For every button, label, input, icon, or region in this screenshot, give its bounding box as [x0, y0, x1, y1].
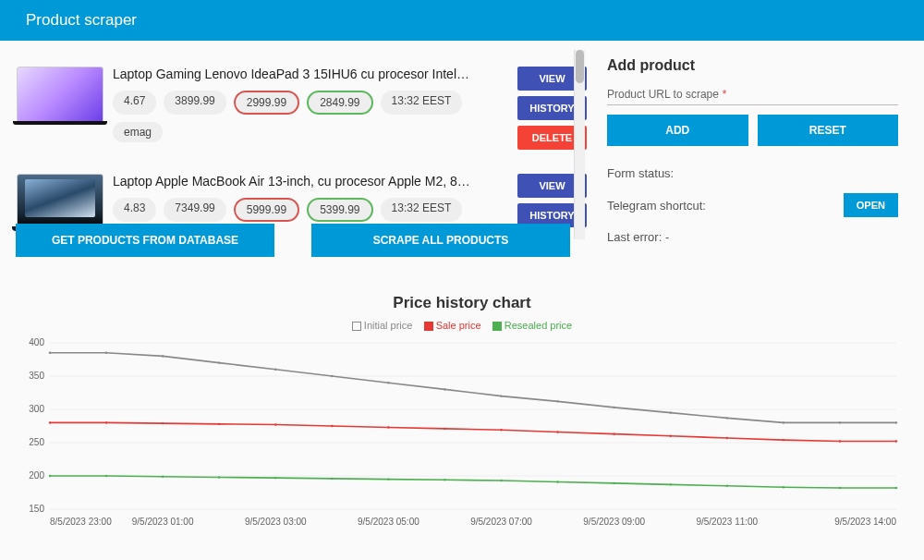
product-list[interactable]: Laptop Gaming Lenovo IdeaPad 3 15IHU6 cu… — [0, 50, 587, 239]
svg-point-55 — [218, 476, 220, 478]
form-buttons: ADD RESET — [607, 115, 898, 146]
legend-sale: Sale price — [424, 320, 481, 331]
product-card: Laptop Gaming Lenovo IdeaPad 3 15IHU6 cu… — [17, 67, 587, 150]
svg-text:350: 350 — [29, 371, 44, 381]
svg-point-21 — [105, 352, 107, 354]
svg-point-37 — [105, 421, 107, 423]
sale-price-chip: 2999.99 — [234, 91, 299, 115]
svg-point-56 — [274, 477, 276, 479]
svg-point-35 — [895, 421, 897, 423]
time-chip: 13:32 EEST — [381, 198, 463, 222]
svg-text:9/5/2023 07:00: 9/5/2023 07:00 — [470, 517, 532, 527]
initial-price-chip: 7349.99 — [164, 198, 225, 222]
add-product-panel: Add product Product URL to scrape * ADD … — [587, 50, 924, 257]
scrape-all-button[interactable]: SCRAPE ALL PRODUCTS — [311, 224, 570, 257]
svg-text:9/5/2023 09:00: 9/5/2023 09:00 — [583, 517, 645, 527]
svg-point-45 — [556, 431, 558, 432]
time-chip: 13:32 EEST — [381, 91, 463, 115]
last-error-value: - — [665, 230, 669, 244]
svg-text:300: 300 — [29, 404, 44, 414]
app-title: Product scraper — [26, 11, 137, 29]
svg-point-25 — [331, 375, 333, 377]
legend-initial: Initial price — [352, 320, 413, 331]
svg-point-23 — [218, 361, 220, 363]
svg-point-29 — [556, 400, 558, 402]
svg-point-43 — [444, 428, 445, 430]
telegram-label: Telegram shortcut: — [607, 199, 706, 213]
svg-text:150: 150 — [29, 504, 44, 514]
svg-point-24 — [274, 369, 276, 371]
svg-point-30 — [613, 407, 614, 408]
svg-point-40 — [274, 423, 276, 425]
svg-point-62 — [613, 482, 614, 484]
svg-point-51 — [895, 440, 897, 442]
svg-text:9/5/2023 14:00: 9/5/2023 14:00 — [834, 517, 896, 527]
svg-text:200: 200 — [29, 470, 44, 481]
last-error-row: Last error: - — [607, 230, 898, 244]
svg-point-58 — [387, 478, 389, 480]
svg-point-42 — [387, 426, 389, 428]
svg-point-66 — [839, 487, 841, 489]
reset-button[interactable]: RESET — [758, 115, 899, 146]
bulk-actions: GET PRODUCTS FROM DATABASE SCRAPE ALL PR… — [16, 224, 570, 257]
required-asterisk: * — [723, 87, 727, 101]
svg-point-63 — [670, 483, 672, 485]
svg-point-39 — [218, 423, 220, 425]
app-header: Product scraper — [0, 0, 924, 41]
last-error-label: Last error: — [607, 230, 662, 244]
svg-point-65 — [783, 486, 784, 488]
url-input[interactable]: Product URL to scrape * — [607, 85, 898, 105]
svg-text:8/5/2023 23:00: 8/5/2023 23:00 — [50, 517, 112, 527]
svg-point-33 — [783, 421, 784, 423]
rating-chip: 4.83 — [113, 198, 156, 222]
svg-point-44 — [500, 429, 502, 431]
url-input-label: Product URL to scrape — [607, 88, 719, 101]
svg-point-59 — [444, 479, 445, 481]
svg-point-34 — [839, 421, 841, 423]
open-telegram-button[interactable]: OPEN — [844, 193, 898, 217]
svg-point-26 — [387, 382, 389, 383]
initial-price-chip: 3899.99 — [164, 91, 225, 115]
scrollbar-thumb[interactable] — [576, 50, 584, 83]
get-products-button[interactable]: GET PRODUCTS FROM DATABASE — [16, 224, 274, 257]
svg-text:400: 400 — [29, 338, 44, 347]
product-thumbnail — [17, 67, 103, 124]
svg-text:9/5/2023 05:00: 9/5/2023 05:00 — [358, 517, 419, 527]
svg-point-36 — [49, 421, 51, 423]
svg-point-20 — [49, 352, 51, 354]
svg-point-64 — [726, 485, 728, 487]
chart-section: Price history chart Initial price Sale p… — [0, 257, 924, 532]
form-status-row: Form status: — [607, 166, 898, 180]
svg-point-67 — [895, 487, 897, 489]
products-column: Laptop Gaming Lenovo IdeaPad 3 15IHU6 cu… — [0, 50, 587, 257]
main-layout: Laptop Gaming Lenovo IdeaPad 3 15IHU6 cu… — [0, 41, 924, 257]
svg-text:250: 250 — [29, 437, 44, 447]
svg-point-22 — [162, 355, 164, 357]
product-chips: 4.67 3899.99 2999.99 2849.99 13:32 EEST … — [113, 91, 512, 142]
svg-point-60 — [500, 480, 502, 481]
svg-text:9/5/2023 01:00: 9/5/2023 01:00 — [132, 517, 194, 527]
svg-point-32 — [726, 417, 728, 419]
chart-legend: Initial price Sale price Resealed price — [18, 320, 906, 331]
resealed-price-chip: 2849.99 — [307, 91, 372, 115]
svg-point-61 — [556, 481, 558, 482]
add-button[interactable]: ADD — [607, 115, 748, 146]
sale-price-chip: 5999.99 — [234, 198, 299, 222]
svg-text:9/5/2023 03:00: 9/5/2023 03:00 — [245, 517, 307, 527]
svg-point-54 — [162, 476, 164, 478]
svg-point-41 — [331, 425, 333, 427]
chart-title: Price history chart — [18, 294, 906, 312]
svg-point-48 — [726, 437, 728, 439]
price-history-chart: 1502002503003504008/5/2023 23:009/5/2023… — [18, 338, 906, 532]
add-product-heading: Add product — [607, 57, 898, 74]
svg-point-57 — [331, 478, 333, 480]
legend-resealed: Resealed price — [492, 320, 572, 331]
svg-point-50 — [839, 440, 841, 442]
telegram-row: Telegram shortcut: OPEN — [607, 193, 898, 217]
product-title: Laptop Gaming Lenovo IdeaPad 3 15IHU6 cu… — [113, 67, 471, 81]
product-thumbnail — [17, 174, 103, 229]
svg-point-31 — [670, 411, 672, 413]
scrollbar[interactable] — [574, 50, 585, 239]
svg-point-38 — [162, 422, 164, 424]
product-title: Laptop Apple MacBook Air 13-inch, cu pro… — [113, 174, 471, 189]
